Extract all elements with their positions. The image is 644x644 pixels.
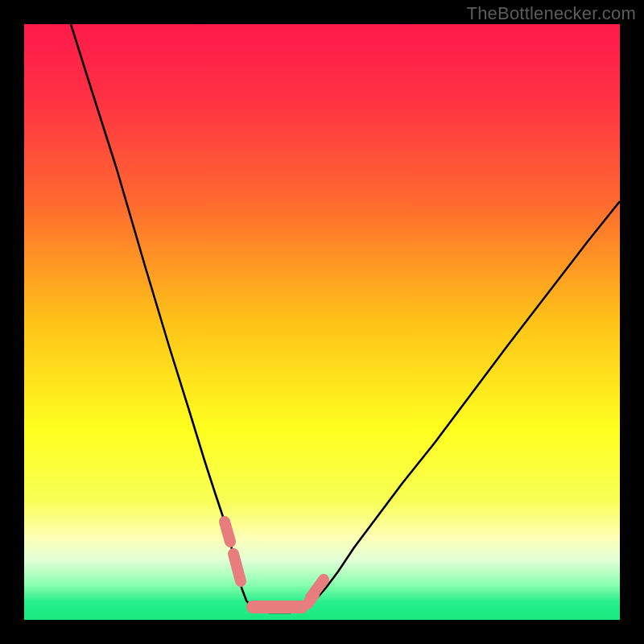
plot-area [24,24,620,620]
series-valley-markers-right-2 [308,595,314,604]
series-left-curve [71,24,262,612]
attribution-watermark: TheBottlenecker.com [467,3,636,24]
series-valley-markers-left-2 [233,554,241,581]
series-valley-markers-left [225,522,230,542]
chart-frame: TheBottlenecker.com [0,0,644,644]
chart-curves [24,24,620,620]
series-right-curve [294,201,620,612]
